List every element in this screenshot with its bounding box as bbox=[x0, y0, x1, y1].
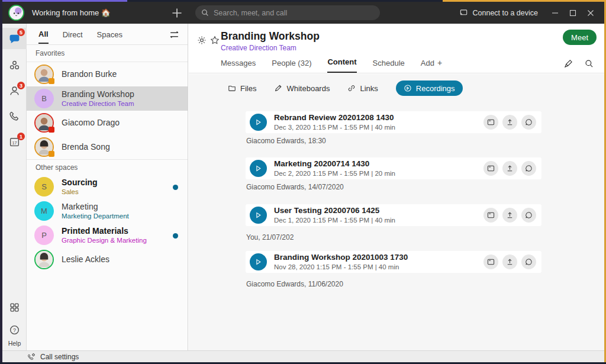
comment-button[interactable] bbox=[521, 115, 536, 130]
share-button[interactable] bbox=[502, 161, 517, 176]
recording-row[interactable]: User Testing 20200706 1425 Dec 1, 2020 1… bbox=[246, 204, 541, 226]
new-space-button[interactable] bbox=[170, 7, 183, 20]
play-button[interactable] bbox=[250, 207, 267, 224]
list-item-brenda-song[interactable]: Brenda Song bbox=[27, 135, 188, 159]
tab-messages[interactable]: Messages bbox=[221, 59, 256, 73]
nav-contacts-button[interactable]: 3 bbox=[2, 81, 27, 100]
search-input[interactable] bbox=[214, 9, 374, 17]
tab-schedule[interactable]: Schedule bbox=[373, 59, 405, 73]
share-button[interactable] bbox=[502, 255, 517, 269]
spaces-panel: All Direct Spaces Favorites Brandon Burk… bbox=[27, 24, 188, 350]
list-item-marketing[interactable]: M Marketing Marketing Department bbox=[27, 199, 188, 223]
space-settings-button[interactable] bbox=[197, 36, 207, 45]
recording-title: User Testing 20200706 1425 bbox=[274, 205, 395, 216]
item-name: Sourcing bbox=[62, 178, 98, 188]
maximize-button[interactable] bbox=[564, 2, 582, 24]
close-button[interactable] bbox=[582, 2, 599, 24]
open-in-window-button[interactable] bbox=[483, 255, 498, 269]
call-settings-icon bbox=[27, 353, 36, 361]
play-button[interactable] bbox=[250, 160, 267, 177]
upload-icon bbox=[506, 165, 514, 172]
subtab-files[interactable]: Files bbox=[228, 84, 256, 93]
upload-icon bbox=[506, 258, 514, 266]
list-item-leslie-ackles[interactable]: Leslie Ackles bbox=[27, 247, 188, 272]
tab-people[interactable]: People (32) bbox=[272, 59, 311, 73]
connect-to-device-button[interactable]: Connect to a device bbox=[459, 8, 539, 17]
comment-bubble-icon bbox=[525, 165, 533, 172]
recording-caption: You, 21/07/202 bbox=[246, 233, 294, 241]
recording-row[interactable]: Rebrand Review 20201208 1430 Dec 3, 2020… bbox=[246, 111, 541, 133]
minimize-button[interactable] bbox=[546, 2, 564, 24]
help-button[interactable]: ? bbox=[2, 320, 27, 339]
recording-title: Branding Workshop 20201003 1730 bbox=[274, 252, 408, 263]
comment-button[interactable] bbox=[521, 208, 536, 223]
user-avatar[interactable] bbox=[8, 5, 24, 21]
open-in-window-button[interactable] bbox=[483, 115, 498, 130]
nav-meetings-button[interactable]: 17 1 bbox=[2, 132, 27, 151]
open-in-window-button[interactable] bbox=[483, 208, 498, 223]
list-item-branding-workshop[interactable]: B Branding Workshop Creative Direction T… bbox=[27, 86, 188, 111]
search-bar[interactable] bbox=[195, 5, 380, 20]
phone-icon bbox=[9, 111, 20, 122]
minimize-icon bbox=[552, 9, 559, 17]
window-border-left bbox=[0, 0, 2, 364]
status-text[interactable]: Working from home 🏠 bbox=[32, 8, 111, 17]
item-subtitle: Graphic Design & Marketing bbox=[62, 236, 147, 244]
avatar: M bbox=[34, 201, 54, 221]
tab-content[interactable]: Content bbox=[327, 57, 356, 73]
comment-button[interactable] bbox=[521, 161, 536, 176]
item-name: Giacomo Drago bbox=[62, 118, 120, 128]
nav-rail: 5 3 17 1 ? Help bbox=[2, 24, 27, 350]
upload-icon bbox=[506, 211, 514, 219]
list-item-sourcing[interactable]: S Sourcing Sales bbox=[27, 175, 188, 199]
nav-calls-button[interactable] bbox=[2, 107, 27, 125]
avatar-image bbox=[9, 6, 23, 20]
subtab-links[interactable]: Links bbox=[347, 84, 378, 93]
item-subtitle: Marketing Department bbox=[62, 212, 129, 220]
call-settings-label[interactable]: Call settings bbox=[40, 353, 79, 361]
recording-title: Rebrand Review 20201208 1430 bbox=[274, 112, 395, 123]
share-button[interactable] bbox=[502, 208, 517, 223]
search-in-space-icon[interactable] bbox=[585, 59, 594, 68]
content-panel: Files Whiteboards Links Recordings bbox=[189, 74, 604, 350]
play-button[interactable] bbox=[250, 253, 267, 270]
item-subtitle: Sales bbox=[62, 188, 98, 196]
tab-all[interactable]: All bbox=[38, 24, 49, 44]
avatar: B bbox=[34, 89, 54, 108]
close-icon bbox=[587, 9, 594, 17]
nav-teams-button[interactable] bbox=[2, 56, 27, 75]
upload-icon bbox=[506, 118, 514, 126]
list-item-brandon-burke[interactable]: Brandon Burke bbox=[27, 62, 188, 86]
subtab-recordings[interactable]: Recordings bbox=[396, 80, 463, 96]
list-item-giacomo-drago[interactable]: Giacomo Drago bbox=[27, 111, 188, 135]
comment-bubble-icon bbox=[525, 258, 533, 266]
help-icon: ? bbox=[9, 324, 20, 336]
titlebar-controls: Connect to a device bbox=[459, 2, 600, 24]
avatar bbox=[34, 250, 54, 269]
recording-row[interactable]: Branding Workshop 20201003 1730 Nov 28, … bbox=[246, 251, 541, 273]
meet-button[interactable]: Meet bbox=[563, 30, 597, 45]
comment-button[interactable] bbox=[521, 255, 536, 269]
list-item-printed-materials[interactable]: P Printed Materials Graphic Design & Mar… bbox=[27, 223, 188, 247]
avatar bbox=[34, 137, 54, 157]
subtab-whiteboards[interactable]: Whiteboards bbox=[274, 84, 330, 93]
filter-button[interactable] bbox=[169, 30, 179, 40]
tab-add[interactable]: Add+ bbox=[421, 58, 442, 73]
item-name: Printed Materials bbox=[62, 226, 147, 237]
subtab-links-label: Links bbox=[360, 84, 378, 93]
apps-button[interactable] bbox=[2, 298, 27, 317]
play-button[interactable] bbox=[250, 114, 267, 131]
recording-row[interactable]: Marketing 20200714 1430 Dec 2, 2020 1:15… bbox=[246, 157, 541, 179]
page-subtitle[interactable]: Creative Direction Team bbox=[221, 44, 296, 52]
favorite-star-button[interactable] bbox=[210, 36, 220, 45]
nav-messaging-button[interactable]: 5 bbox=[2, 28, 27, 49]
item-name: Branding Workshop bbox=[62, 89, 134, 100]
tab-direct[interactable]: Direct bbox=[63, 25, 83, 43]
share-button[interactable] bbox=[502, 115, 517, 130]
open-in-window-button[interactable] bbox=[483, 161, 498, 176]
page-title: Branding Workshop bbox=[221, 30, 320, 43]
add-plus-icon: + bbox=[437, 58, 442, 67]
tab-spaces[interactable]: Spaces bbox=[97, 25, 123, 43]
pen-icon[interactable] bbox=[564, 59, 573, 68]
comment-bubble-icon bbox=[525, 118, 533, 126]
